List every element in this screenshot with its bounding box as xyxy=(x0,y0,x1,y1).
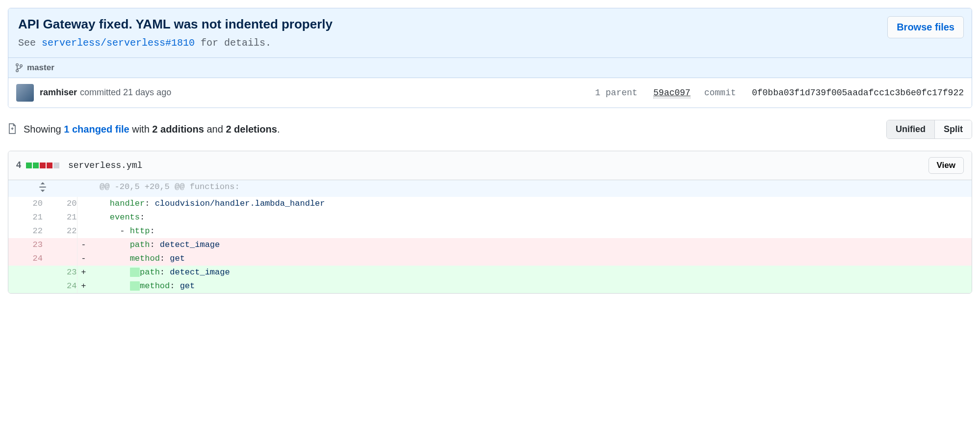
diff-line: 24+ method: get xyxy=(8,279,972,293)
diff-line: 2121 events: xyxy=(8,211,972,224)
diff-line: 2222 - http: xyxy=(8,224,972,238)
diff-line: 2020 handler: cloudvision/handler.lambda… xyxy=(8,197,972,211)
code-cell: path: detect_image xyxy=(90,266,972,279)
diffstat xyxy=(26,163,59,168)
code-cell: events: xyxy=(90,211,972,224)
diff-marker: + xyxy=(77,266,90,279)
svg-point-0 xyxy=(16,63,18,65)
diffstat-del-square xyxy=(47,163,52,168)
commit-title: API Gateway fixed. YAML was not indented… xyxy=(18,16,962,32)
diff-icon xyxy=(8,123,18,135)
browse-files-button[interactable]: Browse files xyxy=(887,16,964,38)
view-mode-buttons: Unified Split xyxy=(886,120,972,139)
svg-point-1 xyxy=(16,69,18,71)
line-number-old[interactable]: 24 xyxy=(8,252,43,266)
svg-point-2 xyxy=(20,64,22,66)
diff-table: @@ -20,5 +20,5 @@ functions: 2020 handle… xyxy=(8,180,972,293)
line-number-old[interactable] xyxy=(8,279,43,293)
view-mode-group: Unified Split xyxy=(886,120,972,139)
hunk-header-text: @@ -20,5 +20,5 @@ functions: xyxy=(90,180,972,197)
and-text: and xyxy=(204,124,226,135)
commit-label: commit xyxy=(704,88,736,98)
diff-line: 23- path: detect_image xyxy=(8,238,972,252)
code-cell: method: get xyxy=(90,252,972,266)
deletions-count: 2 deletions xyxy=(226,124,277,135)
commit-sha: 0f0bba03f1d739f005aadafcc1c3b6e0fc17f922 xyxy=(752,88,964,98)
author-name[interactable]: ramhiser xyxy=(40,87,77,98)
diffstat-neutral-square xyxy=(53,163,59,168)
diff-line: 23+ path: detect_image xyxy=(8,266,972,279)
commit-meta-bar: ramhiser committed 21 days ago 1 parent … xyxy=(8,78,972,108)
diffstat-add-square xyxy=(33,163,39,168)
parent-block: 1 parent 59ac097 xyxy=(595,88,690,98)
code-cell: method: get xyxy=(90,279,972,293)
code-cell: path: detect_image xyxy=(90,238,972,252)
commit-head: API Gateway fixed. YAML was not indented… xyxy=(8,8,972,57)
diff-marker xyxy=(77,224,90,238)
line-number-new[interactable] xyxy=(43,238,77,252)
committed-text: committed 21 days ago xyxy=(80,87,171,98)
diff-marker: + xyxy=(77,279,90,293)
issue-link[interactable]: serverless/serverless#1810 xyxy=(42,37,195,49)
commit-meta-right: 1 parent 59ac097 commit 0f0bba03f1d739f0… xyxy=(595,88,964,98)
code-cell: - http: xyxy=(90,224,972,238)
avatar[interactable] xyxy=(16,84,34,102)
showing-prefix: Showing xyxy=(24,124,64,135)
split-button[interactable]: Split xyxy=(934,120,972,138)
code-cell: handler: cloudvision/handler.lambda_hand… xyxy=(90,197,972,211)
commit-block: commit 0f0bba03f1d739f005aadafcc1c3b6e0f… xyxy=(704,88,964,98)
file-name[interactable]: serverless.yml xyxy=(68,161,142,170)
file-diff-box: 4 serverless.yml View xyxy=(8,151,972,294)
commit-card: API Gateway fixed. YAML was not indented… xyxy=(8,8,972,108)
view-file-button[interactable]: View xyxy=(928,157,964,174)
line-number-new[interactable]: 23 xyxy=(43,266,77,279)
line-number-old[interactable]: 20 xyxy=(8,197,43,211)
branch-name[interactable]: master xyxy=(27,63,54,73)
hunk-header-row: @@ -20,5 +20,5 @@ functions: xyxy=(8,180,972,197)
diffstat-del-square xyxy=(40,163,46,168)
unified-button[interactable]: Unified xyxy=(887,120,934,138)
file-header: 4 serverless.yml View xyxy=(8,151,972,180)
commit-description: See serverless/serverless#1810 for detai… xyxy=(18,37,962,49)
file-changes-count: 4 xyxy=(16,160,21,170)
line-number-old[interactable]: 22 xyxy=(8,224,43,238)
desc-suffix: for details. xyxy=(195,37,271,49)
with-text: with xyxy=(129,124,153,135)
period: . xyxy=(277,124,280,135)
diffstat-add-square xyxy=(26,163,32,168)
diff-marker: - xyxy=(77,252,90,266)
parent-sha-link[interactable]: 59ac097 xyxy=(653,88,691,98)
changed-files-link[interactable]: 1 changed file xyxy=(64,124,129,135)
line-number-old[interactable] xyxy=(8,266,43,279)
diff-marker xyxy=(77,197,90,211)
desc-prefix: See xyxy=(18,37,42,49)
diff-marker: - xyxy=(77,238,90,252)
diff-marker xyxy=(77,211,90,224)
commit-branch-bar: master xyxy=(8,57,972,78)
line-number-old[interactable]: 21 xyxy=(8,211,43,224)
line-number-new[interactable]: 24 xyxy=(43,279,77,293)
diff-line: 24- method: get xyxy=(8,252,972,266)
showing-text: Showing 1 changed file with 2 additions … xyxy=(24,124,280,135)
branch-icon xyxy=(15,63,23,73)
line-number-old[interactable]: 23 xyxy=(8,238,43,252)
line-number-new[interactable]: 22 xyxy=(43,224,77,238)
line-number-new[interactable]: 20 xyxy=(43,197,77,211)
parent-label: 1 parent xyxy=(595,88,637,98)
diff-toolbar: Showing 1 changed file with 2 additions … xyxy=(8,120,972,139)
expand-hunk[interactable] xyxy=(8,180,77,197)
line-number-new[interactable] xyxy=(43,252,77,266)
line-number-new[interactable]: 21 xyxy=(43,211,77,224)
additions-count: 2 additions xyxy=(152,124,204,135)
unfold-icon xyxy=(38,180,47,192)
